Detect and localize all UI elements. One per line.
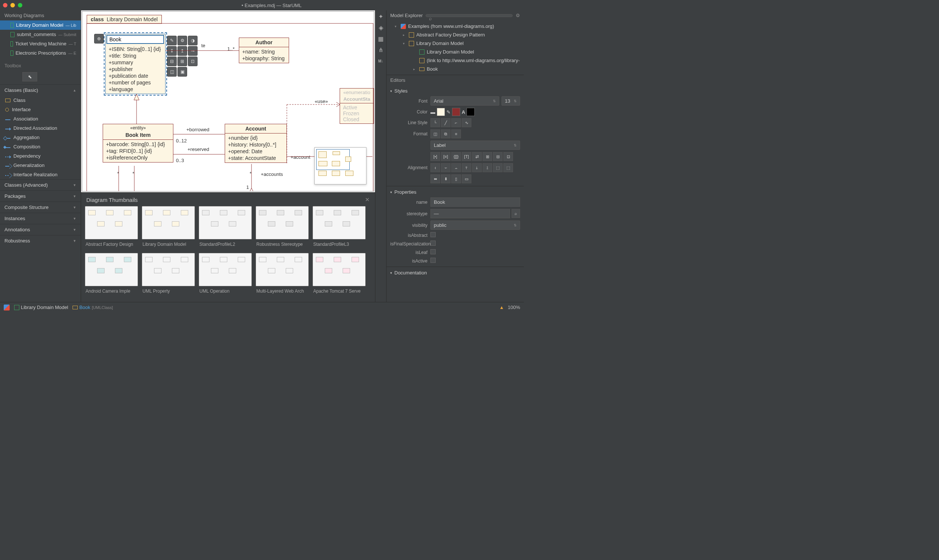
grid-icon[interactable]: ▦ [377, 35, 385, 42]
size-button[interactable]: ▯ [451, 174, 461, 183]
format-option-button[interactable]: [≡] [441, 152, 450, 161]
share-icon[interactable]: ⋔ [377, 46, 385, 54]
styles-header[interactable]: ▾Styles [390, 87, 520, 95]
format-option-button[interactable]: {[]} [451, 152, 461, 161]
diagram-thumbnail[interactable]: StandardProfileL2 [199, 206, 252, 249]
extension-icon[interactable]: ✦ [377, 13, 385, 20]
toolbox-tool-dependency[interactable]: Dependency [0, 151, 81, 161]
distribute-v-button[interactable]: ⬚ [503, 163, 513, 172]
toolbox-tool-aggregation[interactable]: Aggregation [0, 133, 81, 142]
uml-attribute[interactable]: +publication date [109, 72, 162, 79]
documentation-header[interactable]: ▾Documentation [390, 268, 520, 277]
quick-edit-button[interactable]: ↥ [177, 46, 187, 56]
navigator-icon[interactable]: ◈ [377, 24, 385, 31]
warning-icon[interactable]: ▲ [499, 305, 504, 310]
toolbox-tool-interface[interactable]: Interface [0, 105, 81, 114]
uml-attribute[interactable]: +isReferenceOnly [106, 154, 170, 161]
zoom-level[interactable]: 100% [508, 305, 520, 310]
toolbox-section[interactable]: Composite Structure▼ [0, 202, 81, 213]
align-center-button[interactable]: ⫟ [441, 163, 450, 172]
align-bottom-button[interactable]: ⫱ [483, 163, 492, 172]
diagram-thumbnail[interactable]: Library Domain Model [142, 206, 195, 249]
toolbox-section[interactable]: Classes (Advanced)▼ [0, 179, 81, 191]
uml-literal[interactable]: Closed [343, 116, 370, 122]
uml-attribute[interactable]: +summary [109, 59, 162, 66]
format-option-button[interactable]: ⊡ [503, 152, 513, 161]
diagram-thumbnail[interactable]: Abstract Factory Design [85, 206, 138, 249]
tree-item-root[interactable]: ▾Examples (from www.uml-diagrams.org) [387, 22, 524, 31]
size-button[interactable]: ⬍ [441, 174, 450, 183]
isleaf-checkbox[interactable] [430, 249, 436, 254]
visibility-dropdown[interactable]: public⇅ [430, 220, 520, 230]
uml-class-account[interactable]: Account +number {id} +history: History[0… [225, 124, 287, 163]
toolbox-tool-composition[interactable]: Composition [0, 142, 81, 151]
markdown-icon[interactable]: M↓ [377, 57, 385, 65]
tree-item[interactable]: Library Domain Model [387, 48, 524, 56]
format-button[interactable]: ◫ [430, 129, 440, 138]
format-option-button[interactable]: [T] [462, 152, 471, 161]
font-family-dropdown[interactable]: Arial⇅ [430, 96, 499, 106]
text-color-swatch[interactable] [467, 108, 475, 116]
size-button[interactable]: ⬌ [430, 174, 440, 183]
isfinalspecialization-checkbox[interactable] [430, 241, 436, 246]
diagram-thumbnail[interactable]: UML Operation [199, 253, 252, 296]
linestyle-oblique-button[interactable]: ╱ [441, 118, 450, 127]
toolbox-tool-interface-realization[interactable]: Interface Realization [0, 170, 81, 179]
format-button[interactable]: ⧉ [441, 129, 450, 138]
working-diagram-item[interactable]: Ticket Vending Machine— T [0, 39, 81, 48]
diagram-thumbnail[interactable]: UML Property [142, 253, 195, 296]
quick-edit-button[interactable]: ▣ [177, 67, 187, 77]
diagram-thumbnail[interactable]: Android Camera Imple [85, 253, 138, 296]
quick-edit-button[interactable]: ⊟ [167, 57, 177, 66]
uml-attribute[interactable]: +number {id} [228, 135, 284, 141]
gear-icon[interactable]: ⚙ [516, 13, 520, 18]
close-thumbnails-button[interactable]: ✕ [365, 196, 370, 203]
tree-item[interactable]: ▸Abstract Factory Design Pattern [387, 31, 524, 39]
line-color-swatch[interactable] [452, 108, 460, 116]
uml-class-author[interactable]: Author +name: String +biography: String [239, 38, 289, 63]
uml-attribute[interactable]: +state: AccountState [228, 155, 284, 162]
isactive-checkbox[interactable] [430, 258, 436, 263]
uml-class-bookitem[interactable]: «entity» Book Item +barcode: String[0..1… [103, 124, 173, 163]
fill-color-swatch[interactable] [437, 108, 445, 116]
align-top-button[interactable]: ⫯ [462, 163, 471, 172]
size-button[interactable]: ▭ [462, 174, 471, 183]
uml-class-book[interactable]: +ISBN: String[0..1] {id} +title: String … [105, 34, 165, 94]
isabstract-checkbox[interactable] [430, 232, 436, 237]
align-middle-button[interactable]: ⫰ [472, 163, 482, 172]
uml-attribute[interactable]: +tag: RFID[0..1] {id} [106, 148, 170, 154]
diagram-thumbnail[interactable]: Multi-Layered Web Arch [256, 253, 309, 296]
format-option-button[interactable]: ⇄ [472, 152, 482, 161]
tree-item[interactable]: (link to http://www.uml-diagrams.org/lib… [387, 56, 524, 65]
working-diagram-item[interactable]: Electronic Prescriptions— E [0, 48, 81, 58]
maximize-window-button[interactable] [18, 3, 22, 8]
toolbox-section-classes-basic[interactable]: Classes (Basic)▲ [0, 85, 81, 95]
quick-edit-button[interactable]: ↧ [167, 46, 177, 56]
stereotype-search-button[interactable]: ⌕ [512, 209, 520, 218]
toolbox-tool-generalization[interactable]: Generalization [0, 161, 81, 170]
quick-edit-button[interactable]: ✎ [167, 36, 177, 45]
diagram-canvas[interactable]: class Library Domain Model +ISBN: String… [82, 11, 374, 191]
minimize-window-button[interactable] [11, 3, 15, 8]
uml-attribute[interactable]: +opened: Date [228, 148, 284, 155]
distribute-h-button[interactable]: ⬚ [493, 163, 503, 172]
close-window-button[interactable] [3, 3, 8, 8]
toolbox-section[interactable]: Packages▼ [0, 191, 81, 202]
toolbox-pointer-tool[interactable]: ⬉ [22, 72, 37, 82]
align-left-button[interactable]: ⫞ [430, 163, 440, 172]
tree-item[interactable]: ▸Book [387, 65, 524, 73]
toolbox-tool-class[interactable]: Class [0, 95, 81, 105]
format-button[interactable]: ≡ [451, 129, 461, 138]
quick-edit-button[interactable]: ◫ [167, 67, 177, 77]
tree-item[interactable]: ▾Library Domain Model [387, 39, 524, 48]
diagram-thumbnail[interactable]: Apache Tomcat 7 Serve [313, 253, 366, 296]
minimap[interactable] [315, 147, 367, 185]
diagram-thumbnail[interactable]: StandardProfileL3 [313, 206, 366, 249]
toolbox-tool-directed-association[interactable]: Directed Association [0, 123, 81, 133]
uml-attribute[interactable]: +number of pages [109, 79, 162, 86]
format-option-button[interactable]: [•] [430, 152, 440, 161]
uml-enumeration-accountstate[interactable]: «enumeratio AccountSta Active Frozen Clo… [340, 88, 374, 124]
format-option-button[interactable]: ⊞ [483, 152, 492, 161]
quick-edit-button[interactable]: ◑ [188, 36, 197, 45]
properties-header[interactable]: ▾Properties [390, 188, 520, 196]
